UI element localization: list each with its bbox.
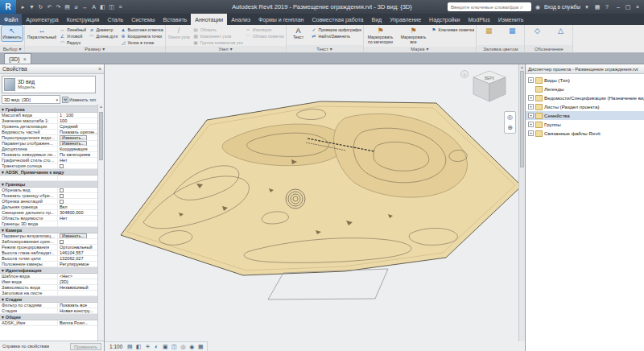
toposurface[interactable] [121, 101, 522, 275]
temporary-view-properties-icon[interactable]: ▦ [196, 343, 204, 351]
scale-button[interactable]: 1:100 [107, 344, 125, 349]
redo-icon[interactable]: ↷ [54, 1, 63, 13]
ribbon-tab[interactable]: Формы и генплан [254, 14, 308, 25]
property-value[interactable]: Ортогональный [58, 245, 97, 250]
search-input[interactable] [449, 4, 520, 10]
ribbon-tab[interactable]: Аннотации [191, 14, 227, 25]
expander-icon[interactable]: + [528, 104, 534, 109]
ribbon-button[interactable]: ⇄Найти/Заменить [312, 33, 361, 39]
property-value[interactable]: 304800,000 [58, 210, 97, 215]
apply-button[interactable]: Применить [70, 343, 101, 350]
reveal-hidden-elements-icon[interactable]: ◉ [188, 343, 196, 351]
ribbon-button[interactable]: ⌀Диаметр [89, 27, 118, 32]
property-group-header[interactable]: ▾Графика [0, 106, 97, 113]
ribbon-tab[interactable]: Надстройки [425, 14, 464, 25]
edit-type-button[interactable]: ⚒ Изменить тип [62, 97, 96, 103]
exchange-apps-icon[interactable]: ▦ [593, 4, 601, 10]
print-icon[interactable]: ▤ [63, 1, 72, 13]
property-group-header[interactable]: ▾ADSK_Примечание к виду [0, 169, 97, 176]
viewport-scrollbar[interactable]: ▴ [518, 64, 525, 341]
ribbon-tab[interactable]: Управление [386, 14, 425, 25]
ribbon-button[interactable]: ▦ [502, 26, 522, 36]
checkbox[interactable] [60, 164, 64, 168]
property-value[interactable]: 1 : 100 [58, 113, 97, 118]
checkbox[interactable] [60, 200, 64, 204]
save-icon[interactable]: ▼ [27, 1, 36, 13]
ribbon-button[interactable]: ∠Угловой [60, 33, 86, 39]
property-value[interactable]: Координация [58, 147, 97, 151]
aligned-dimension-icon[interactable]: ↔ [80, 1, 89, 13]
ribbon-button[interactable]: ⊕Координата точки [121, 33, 163, 39]
ribbon-panel-label[interactable]: Заливка цветом [477, 45, 524, 52]
shadows-icon[interactable]: ◐ [152, 343, 160, 351]
tree-item[interactable]: Легенды [526, 85, 644, 93]
search-icon[interactable]: ⌕ [520, 4, 523, 10]
help-icon[interactable]: ? [603, 4, 611, 10]
ribbon-button[interactable]: ▦Компонент узла [193, 33, 243, 39]
expander-icon[interactable]: + [528, 122, 534, 127]
close-icon[interactable]: × [23, 56, 27, 62]
ribbon-button[interactable]: ⚑Маркировать все [398, 26, 429, 46]
ribbon-button[interactable]: ⚑Ключевая пометка [431, 27, 475, 32]
property-value[interactable]: 146104,557 [58, 250, 97, 255]
property-value[interactable] [58, 239, 97, 244]
property-value[interactable]: Изменить... [58, 135, 97, 140]
tree-item[interactable]: +Связанные файлы Revit [526, 129, 644, 138]
properties-header[interactable]: Свойства × [0, 64, 104, 74]
ribbon-button[interactable]: ▣Группа элементов узла [193, 39, 243, 45]
tree-item[interactable]: +Виды (Тип) [526, 76, 644, 85]
steering-wheel-icon[interactable]: ◎ [505, 112, 515, 122]
property-value[interactable] [58, 199, 97, 204]
expander-icon[interactable]: + [528, 95, 534, 101]
ribbon-tab[interactable]: Конструкция [63, 14, 104, 25]
undo-icon[interactable]: ↶ [45, 1, 54, 13]
property-value[interactable]: Нет [58, 216, 97, 221]
ribbon-button[interactable]: ◠Радиус [60, 39, 86, 45]
checkbox[interactable] [60, 188, 64, 192]
property-value[interactable]: Независимый [58, 285, 97, 290]
property-value[interactable]: {3D} [58, 279, 97, 284]
expander-icon[interactable] [528, 86, 534, 92]
ribbon-button[interactable]: /Линия узла [167, 26, 191, 41]
property-value[interactable]: 100 [58, 118, 97, 123]
visual-style-icon[interactable]: ◧ [134, 343, 142, 351]
ribbon-button[interactable]: ◇ [526, 26, 547, 36]
section-icon[interactable]: ◫ [107, 1, 116, 13]
crop-view-icon[interactable]: ▣ [161, 343, 169, 351]
property-value[interactable]: Регулируемое [58, 262, 97, 266]
zoom-icon[interactable]: ⊕ [505, 122, 515, 133]
ribbon-button[interactable]: ≈Изоляция [246, 27, 284, 32]
expander-icon[interactable]: + [528, 77, 534, 83]
scroll-up-icon[interactable]: ▴ [100, 104, 102, 109]
scrollbar-thumb[interactable] [99, 112, 103, 160]
ribbon-panel-label[interactable]: Марка▾ [364, 47, 477, 52]
property-value[interactable]: Изменить... [58, 233, 97, 238]
ribbon-panel-label[interactable]: Текст▾ [287, 45, 363, 52]
show-crop-icon[interactable]: ◫ [170, 343, 178, 351]
property-value[interactable]: 132062,027 [58, 256, 97, 261]
ribbon-button[interactable]: ▦ [478, 26, 499, 36]
drawing-canvas[interactable]: ⌂ ВЕРХ [105, 64, 525, 351]
default-3d-view-icon[interactable]: ◧ [98, 1, 107, 13]
ribbon-button[interactable]: ◠Длина дуги [89, 33, 118, 39]
type-selector[interactable]: 3D вид Модель [2, 76, 96, 93]
selection-filter-combo[interactable]: 3D вид: {3D} ▾ [2, 95, 60, 104]
measure-icon[interactable]: ⌀ [72, 1, 80, 13]
close-button[interactable]: × [633, 1, 642, 13]
ribbon-tab[interactable]: Вид [368, 14, 386, 25]
ribbon-button[interactable]: △ [550, 26, 571, 36]
ribbon-button[interactable]: ◠Облако пометок [246, 33, 284, 39]
scroll-up-icon[interactable]: ▴ [521, 64, 523, 69]
ribbon-tab[interactable]: ModPlus [464, 14, 494, 25]
tree-item[interactable]: +Группы [526, 120, 644, 129]
property-group-header[interactable]: ▾Идентификация [0, 267, 97, 274]
view-tab-3d[interactable]: {3D} × [4, 53, 31, 64]
edit-button[interactable]: Изменить... [60, 135, 87, 140]
chevron-down-icon[interactable]: ▾ [583, 4, 591, 10]
tree-item[interactable]: +Листы (Раздел проекта) [526, 102, 644, 111]
ribbon-button[interactable]: ◿Уклон в точке [121, 39, 163, 45]
ribbon-tab[interactable]: Файл [0, 14, 22, 25]
property-group-header[interactable]: ▾Границы [0, 181, 97, 188]
ribbon-button[interactable]: ↖Изменить [2, 26, 23, 41]
property-value[interactable] [58, 221, 97, 226]
